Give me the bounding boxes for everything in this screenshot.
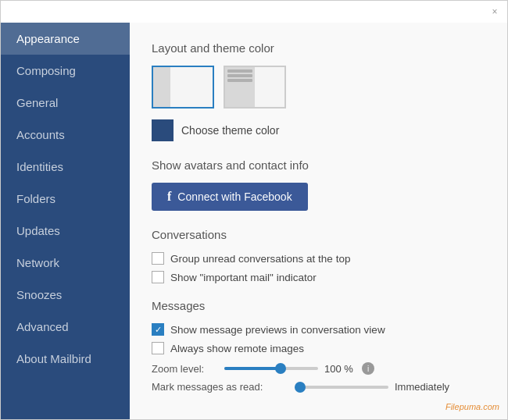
important-mail-label: Show "important mail" indicator [170, 272, 317, 283]
settings-window: × AppearanceComposingGeneralAccountsIden… [0, 0, 508, 420]
avatars-section-title: Show avatars and contact info [152, 158, 485, 172]
sidebar: AppearanceComposingGeneralAccountsIdenti… [1, 23, 130, 419]
zoom-label: Zoom level: [152, 363, 218, 375]
color-swatch[interactable] [152, 119, 174, 141]
facebook-connect-button[interactable]: f Connect with Facebook [152, 183, 308, 211]
important-mail-row[interactable]: Show "important mail" indicator [152, 271, 485, 283]
thumb2-line1 [227, 69, 252, 73]
mark-as-read-label: Mark messages as read: [152, 381, 288, 393]
layout-thumbnails [152, 66, 485, 109]
remote-images-checkbox[interactable] [152, 342, 164, 354]
sidebar-item-accounts[interactable]: Accounts [1, 119, 130, 151]
layout-section-title: Layout and theme color [152, 41, 485, 55]
thumb1-sidebar [153, 67, 170, 107]
layout-thumb-2[interactable] [224, 66, 286, 109]
group-unread-label: Group unread conversations at the top [170, 253, 350, 265]
mark-as-read-slider[interactable] [295, 386, 388, 389]
thumb1-main [170, 67, 213, 107]
zoom-slider-thumb[interactable] [275, 363, 286, 374]
sidebar-item-advanced[interactable]: Advanced [1, 311, 130, 343]
zoom-value: 100 % [324, 363, 356, 375]
remote-images-label: Always show remote images [170, 343, 304, 354]
thumb2-line3 [227, 79, 252, 82]
facebook-btn-label: Connect with Facebook [177, 190, 292, 203]
messages-section: Messages Show message previews in conver… [152, 299, 485, 393]
sidebar-item-about[interactable]: About Mailbird [1, 343, 130, 375]
conversations-section: Conversations Group unread conversations… [152, 228, 485, 283]
important-mail-checkbox[interactable] [152, 271, 164, 283]
group-unread-checkbox[interactable] [152, 252, 164, 265]
theme-color-row: Choose theme color [152, 119, 485, 141]
mark-as-read-value: Immediately [395, 381, 449, 393]
sidebar-item-network[interactable]: Network [1, 247, 130, 279]
mark-as-read-row: Mark messages as read: Immediately [152, 381, 485, 393]
message-previews-checkbox[interactable] [152, 323, 164, 336]
remote-images-row[interactable]: Always show remote images [152, 342, 485, 354]
zoom-slider-row: Zoom level: 100 % i [152, 362, 485, 375]
theme-color-label: Choose theme color [181, 124, 279, 137]
thumb2-left [225, 67, 255, 107]
zoom-slider[interactable] [224, 367, 318, 370]
facebook-icon: f [167, 190, 171, 204]
content-area: AppearanceComposingGeneralAccountsIdenti… [1, 23, 507, 419]
messages-section-title: Messages [152, 299, 485, 312]
thumb2-main [255, 67, 284, 107]
zoom-slider-fill [224, 367, 281, 370]
zoom-info-icon[interactable]: i [362, 362, 374, 375]
main-panel: Layout and theme color Choose [130, 23, 507, 419]
conversations-section-title: Conversations [152, 228, 485, 241]
sidebar-item-appearance[interactable]: Appearance [1, 23, 130, 55]
title-bar: × [1, 1, 507, 23]
close-button[interactable]: × [488, 5, 501, 18]
message-previews-row[interactable]: Show message previews in conversation vi… [152, 323, 485, 336]
message-previews-label: Show message previews in conversation vi… [170, 324, 385, 336]
sidebar-item-snoozes[interactable]: Snoozes [1, 279, 130, 311]
layout-thumb-1[interactable] [152, 66, 214, 109]
sidebar-item-general[interactable]: General [1, 87, 130, 119]
sidebar-item-identities[interactable]: Identities [1, 151, 130, 183]
mark-as-read-thumb[interactable] [295, 382, 306, 393]
sidebar-item-composing[interactable]: Composing [1, 55, 130, 87]
sidebar-item-updates[interactable]: Updates [1, 215, 130, 247]
group-unread-row[interactable]: Group unread conversations at the top [152, 252, 485, 265]
sidebar-item-folders[interactable]: Folders [1, 183, 130, 215]
thumb2-line2 [227, 74, 252, 77]
